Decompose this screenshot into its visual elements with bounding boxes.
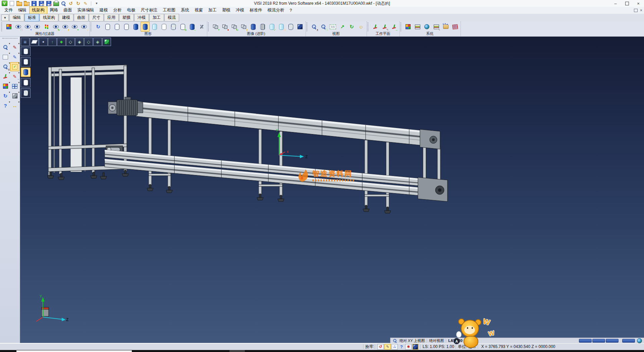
view-axis-icon[interactable]: ↑ [48, 38, 57, 46]
plot-icon[interactable] [53, 1, 59, 6]
tab[interactable]: 模流 [164, 14, 179, 21]
snap-config-icon[interactable]: ✱ [405, 344, 412, 350]
panel-settings-icon[interactable]: ✎ [432, 22, 441, 32]
menu-item[interactable]: 系统 [178, 6, 192, 14]
shaded-edge-mode-icon[interactable] [141, 22, 150, 32]
wire-display-icon[interactable] [21, 47, 31, 56]
spline-edit-icon[interactable]: ✎~▾ [10, 72, 19, 81]
solid-copy-icon[interactable]: □ [277, 22, 286, 32]
group-drag-handle[interactable] [368, 23, 369, 31]
minimize-button[interactable]: – [610, 0, 621, 7]
group-drag-handle[interactable] [307, 23, 308, 31]
view-right-icon[interactable]: ◇ [84, 38, 93, 46]
menu-item[interactable]: 曲面 [61, 6, 75, 14]
motor-assembly[interactable] [108, 97, 143, 116]
new-file-icon[interactable] [8, 1, 15, 6]
tab[interactable]: 应用 [104, 14, 119, 21]
erase-edit-icon[interactable]: ✎▾ [10, 43, 19, 52]
tab[interactable]: 编辑 [9, 14, 24, 21]
view-mode-label[interactable]: 绝对 XY 上视图 [399, 338, 425, 343]
visibility-refresh-icon[interactable]: ↻ [51, 22, 60, 32]
shaded-mode-icon[interactable] [131, 22, 140, 32]
flat-mode-icon[interactable] [159, 22, 168, 32]
tab[interactable]: 线架构 [40, 14, 58, 21]
menu-item[interactable]: 模流分析 [265, 6, 287, 14]
zoom-dynamic-icon[interactable]: ± [310, 22, 319, 32]
flat-display-icon[interactable] [21, 78, 31, 87]
zoom-select-icon[interactable]: ▾ [1, 43, 10, 52]
tab[interactable]: 尺寸 [89, 14, 104, 21]
layer-color-swatch[interactable] [592, 339, 605, 343]
menu-item[interactable]: 加工 [206, 6, 219, 14]
zoom-window-icon[interactable]: □ [319, 22, 328, 32]
help-icon[interactable]: ?▾ [1, 101, 10, 110]
model-canvas[interactable]: .mB{fill:#c6cbd0;stroke:#15181c;stroke-w… [20, 36, 644, 343]
group-drag-handle[interactable] [91, 23, 92, 31]
filter-add-icon[interactable]: + [23, 22, 32, 32]
wireframe-mode-icon[interactable] [103, 22, 112, 32]
workplane-edit-icon[interactable]: ✎ [380, 22, 389, 32]
undo-icon[interactable]: ↺ [67, 1, 74, 6]
lock-label[interactable]: 拴牢 [365, 344, 373, 350]
view-refresh-icon[interactable]: ↻▾ [1, 91, 10, 100]
menu-item[interactable]: 分析 [111, 6, 124, 14]
measure-icon[interactable]: ↔▾ [10, 101, 19, 110]
wcs-cube-icon[interactable] [412, 344, 419, 350]
menu-item[interactable]: 冲模 [233, 6, 247, 14]
view-plane-icon[interactable] [30, 38, 39, 46]
window-select-icon[interactable]: ▾ [1, 52, 10, 61]
workplane-move-icon[interactable]: ↔ [389, 22, 398, 32]
visibility-lights-icon[interactable] [42, 22, 51, 32]
rotate-view-icon[interactable]: ↻ [347, 22, 356, 32]
color-table-icon[interactable] [404, 22, 413, 32]
tab-dropdown-button[interactable]: ▼ [1, 14, 9, 21]
menu-item[interactable]: 尺寸标注 [138, 6, 160, 14]
image-lights-icon[interactable]: ● [220, 22, 229, 32]
open-file-icon[interactable] [16, 1, 22, 6]
viewport[interactable]: .mB{fill:#c6cbd0;stroke:#15181c;stroke-w… [20, 36, 644, 343]
open-model-icon[interactable]: □ [23, 1, 30, 6]
filter-document-icon[interactable]: □ [14, 22, 23, 32]
visibility-toggle-icon[interactable]: ± [61, 22, 70, 32]
menu-item[interactable]: 编辑 [15, 6, 29, 14]
solid-blue-icon[interactable] [249, 22, 258, 32]
display-settings-icon[interactable] [413, 22, 422, 32]
restore-button[interactable] [621, 0, 633, 7]
solid-wire-icon[interactable] [286, 22, 295, 32]
toolbar-options-icon[interactable]: ▾ [93, 1, 100, 6]
tab[interactable]: 曲面 [74, 14, 89, 21]
menu-item[interactable]: 建模 [97, 6, 111, 14]
hide-all-icon[interactable]: - [79, 22, 89, 32]
tab[interactable]: 冲模 [134, 14, 149, 21]
view-top-icon[interactable]: ◆ [57, 38, 66, 46]
view-front-icon[interactable]: ◇ [66, 38, 75, 46]
save-all-icon[interactable]: + [45, 1, 52, 6]
solid-striped-icon[interactable] [258, 22, 267, 32]
menu-item[interactable]: 网格 [47, 6, 61, 14]
filter-remove-icon[interactable]: - [33, 22, 42, 32]
dashed-line-mode-icon[interactable] [122, 22, 131, 32]
viewport-menu-icon[interactable]: ≡ [21, 38, 30, 46]
tab[interactable]: 加工 [149, 14, 164, 21]
solid-verify-icon[interactable]: ✓ [267, 22, 276, 32]
image-toggle-icon[interactable]: ± [239, 22, 248, 32]
context-help-icon[interactable]: ? [398, 344, 405, 350]
view-ref-label[interactable]: 绝对视图 [429, 338, 444, 343]
shaded-display-icon[interactable] [21, 68, 31, 77]
ucs-axis-icon[interactable]: ▾ [1, 72, 10, 81]
menu-item[interactable]: 实体编辑 [75, 6, 97, 14]
zoom-solid-icon[interactable]: ±▾ [1, 62, 10, 71]
image-add-icon[interactable]: + [211, 22, 220, 32]
close-button[interactable]: × [633, 0, 644, 7]
solid-view-icon[interactable] [296, 22, 305, 32]
image-refresh-icon[interactable]: ↻ [230, 22, 239, 32]
group-drag-handle[interactable] [400, 23, 402, 31]
solid-cube-icon[interactable]: ▾ [10, 91, 19, 100]
group-drag-handle[interactable] [1, 23, 3, 31]
view-iso-icon[interactable]: ◈ [93, 38, 102, 46]
hidden-display-icon[interactable] [21, 57, 31, 67]
pane-layout-icon[interactable]: ▾ [10, 82, 19, 91]
redraw-icon[interactable]: ↻ [94, 22, 103, 32]
pan-view-icon[interactable]: ↗ [338, 22, 347, 32]
upper-conveyor[interactable] [136, 101, 440, 149]
